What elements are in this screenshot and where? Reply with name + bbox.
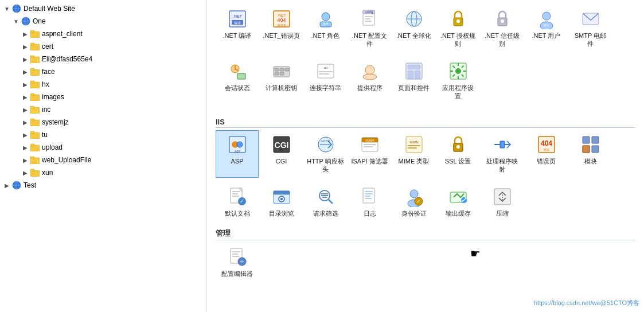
tree-toggle-upload[interactable]: ▶ <box>21 145 30 151</box>
sidebar-item-systemjz[interactable]: ▶systemjz <box>0 116 206 128</box>
svg-text:✏: ✏ <box>240 259 244 264</box>
tree-label-default-web-site: Default Web Site <box>24 5 75 13</box>
svg-text:编译: 编译 <box>234 21 241 25</box>
tree-toggle-cert[interactable]: ▶ <box>21 44 30 50</box>
tree-toggle-test[interactable]: ▶ <box>2 182 11 189</box>
icon-item-cgi[interactable]: CGICGI <box>260 130 303 178</box>
folder-icon <box>30 167 40 178</box>
icon-item-net-translate[interactable]: .NET编译.NET 编译 <box>216 5 259 52</box>
globe-icon <box>11 180 22 190</box>
icon-item-log[interactable]: 日志 <box>348 182 391 221</box>
icon-item-session-state[interactable]: 会话状态 <box>216 57 259 104</box>
icon-item-handler[interactable]: 处理程序映射 <box>481 130 524 178</box>
tree-toggle-systemjz[interactable]: ▶ <box>21 119 30 126</box>
icon-item-app-setting[interactable]: 应用程序设置 <box>436 57 479 104</box>
svg-point-77 <box>363 74 377 80</box>
icon-item-provider[interactable]: 提供程序 <box>348 57 391 104</box>
svg-text:.config: .config <box>364 10 373 14</box>
icon-item-net-global[interactable]: .NET 全球化 <box>392 5 435 52</box>
icon-item-req-filter[interactable]: 请求筛选 <box>304 182 347 221</box>
sidebar-item-one[interactable]: ▼One <box>0 15 206 28</box>
svg-rect-100 <box>408 145 420 146</box>
icon-grid-aspnet: .NET编译.NET 编译.NET404错误页.NET_错误页角色.NET 角色… <box>216 5 635 52</box>
icon-item-page-control[interactable]: 页面和控件 <box>392 57 435 104</box>
icon-item-smtp[interactable]: SMTP 电邮件 <box>569 5 612 52</box>
svg-text:错误: 错误 <box>543 148 549 151</box>
icon-item-net-role[interactable]: 角色.NET 角色 <box>304 5 347 52</box>
icon-item-mime-type[interactable]: MIMEMIME 类型 <box>392 130 435 178</box>
tree-toggle-default-web-site[interactable]: ▼ <box>2 6 11 12</box>
svg-rect-109 <box>592 136 599 143</box>
svg-point-122 <box>280 198 283 200</box>
page-control-icon <box>404 61 424 81</box>
icon-item-http-header[interactable]: HTTPHTTP 响应标头 <box>304 130 347 178</box>
tree-label-web_uploadfile: web_UploadFile <box>42 156 91 164</box>
svg-text:错误页: 错误页 <box>276 24 286 27</box>
icon-item-error-page[interactable]: 404错误错误页 <box>525 130 568 178</box>
icon-item-ssl[interactable]: SSL 设置 <box>436 130 479 178</box>
icon-item-net-trust[interactable]: .NET 信任级别 <box>481 5 524 52</box>
icon-item-output-cache[interactable]: 输出缓存 <box>436 182 479 221</box>
sidebar-item-test[interactable]: ▶Test <box>0 179 206 192</box>
icon-label-net-trust: .NET 信任级别 <box>483 32 521 48</box>
icon-item-asp[interactable]: ASPASP <box>216 130 259 178</box>
sidebar-item-tu[interactable]: ▶tu <box>0 128 206 141</box>
icon-label-http-header: HTTP 响应标头 <box>307 157 344 174</box>
net-error-icon: .NET404错误页 <box>271 9 292 29</box>
icon-item-default-doc[interactable]: ✓默认文档 <box>216 182 259 221</box>
icon-label-provider: 提供程序 <box>357 84 383 92</box>
svg-point-86 <box>237 142 243 147</box>
sidebar-item-images[interactable]: ▶images <box>0 91 206 103</box>
folder-icon <box>30 67 40 77</box>
tree-toggle-xun[interactable]: ▶ <box>21 170 30 176</box>
icon-item-net-user[interactable]: 用户.NET 用户 <box>525 5 568 52</box>
icon-grid-manage: ✏配置编辑器 <box>216 243 635 282</box>
icon-label-page-control: 页面和控件 <box>398 84 430 92</box>
icon-item-isapi-filter[interactable]: ISAPIISAPI 筛选器 <box>348 130 391 178</box>
icon-grid-iis2: ✓默认文档目录浏览请求筛选日志✓身份验证输出缓存压缩 <box>216 182 635 221</box>
error-page-icon: 404错误 <box>536 134 557 155</box>
tree-toggle-tu[interactable]: ▶ <box>21 132 30 138</box>
tree-toggle-images[interactable]: ▶ <box>21 94 30 100</box>
sidebar-item-hx[interactable]: ▶hx <box>0 78 206 91</box>
sidebar-item-inc[interactable]: ▶inc <box>0 103 206 116</box>
icon-label-net-error: .NET_错误页 <box>263 32 299 40</box>
tree-toggle-web_uploadfile[interactable]: ▶ <box>21 157 30 163</box>
tree-label-test: Test <box>24 181 36 189</box>
svg-point-59 <box>501 20 504 23</box>
icon-item-machine-key[interactable]: 计算机密钥 <box>260 57 303 104</box>
output-cache-icon <box>448 186 469 207</box>
icon-label-net-auth: .NET 授权规则 <box>439 32 477 48</box>
svg-point-103 <box>456 145 460 149</box>
icon-item-conn-string[interactable]: ab连接字符串 <box>304 57 347 104</box>
req-filter-icon <box>315 186 336 207</box>
sidebar-item-face[interactable]: ▶face <box>0 65 206 78</box>
sidebar-item-eli[interactable]: ▶Eli@dfasd565e4 <box>0 53 206 65</box>
sidebar-item-xun[interactable]: ▶xun <box>0 166 206 179</box>
folder-icon <box>30 92 40 102</box>
tree-toggle-inc[interactable]: ▶ <box>21 107 30 113</box>
sidebar-item-cert[interactable]: ▶cert <box>0 40 206 53</box>
tree-toggle-eli[interactable]: ▶ <box>21 56 30 63</box>
tree-toggle-hx[interactable]: ▶ <box>21 81 30 88</box>
tree-toggle-aspnet_client[interactable]: ▶ <box>21 31 30 37</box>
svg-text:ab: ab <box>323 66 327 69</box>
config-editor-icon: ✏ <box>227 247 248 267</box>
tree-toggle-face[interactable]: ▶ <box>21 69 30 75</box>
tree-toggle-one[interactable]: ▼ <box>11 18 21 25</box>
svg-text:ASP: ASP <box>234 150 240 153</box>
icon-item-net-error[interactable]: .NET404错误页.NET_错误页 <box>260 5 303 52</box>
icon-item-auth[interactable]: ✓身份验证 <box>392 182 435 221</box>
icon-item-net-auth[interactable]: .NET 授权规则 <box>436 5 479 52</box>
sidebar-item-default-web-site[interactable]: ▼Default Web Site <box>0 2 206 15</box>
icon-item-dir-browse[interactable]: 目录浏览 <box>260 182 303 221</box>
icon-item-net-config[interactable]: .config.NET 配置文件 <box>348 5 391 52</box>
sidebar-item-web_uploadfile[interactable]: ▶web_UploadFile <box>0 154 206 166</box>
svg-rect-70 <box>275 72 279 75</box>
icon-item-config-editor[interactable]: ✏配置编辑器 <box>216 243 259 282</box>
icon-item-compress[interactable]: 压缩 <box>481 182 524 221</box>
icon-label-app-setting: 应用程序设置 <box>439 84 477 100</box>
icon-item-module[interactable]: 模块 <box>569 130 612 178</box>
sidebar-item-upload[interactable]: ▶upload <box>0 141 206 154</box>
sidebar-item-aspnet_client[interactable]: ▶aspnet_client <box>0 28 206 40</box>
